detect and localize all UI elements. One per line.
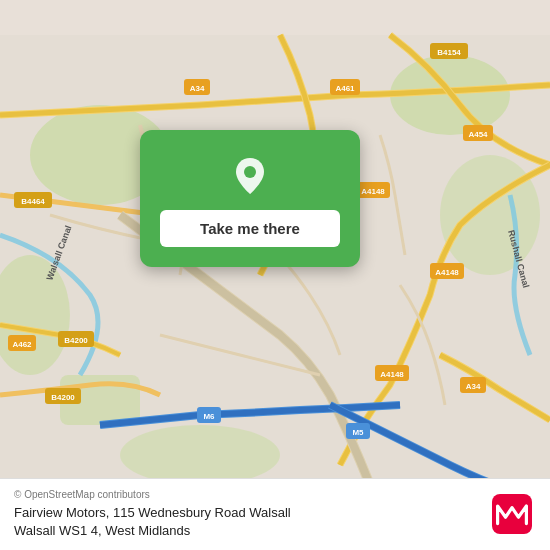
svg-point-4 bbox=[440, 155, 540, 275]
svg-text:A4148: A4148 bbox=[435, 268, 459, 277]
address-text: Fairview Motors, 115 Wednesbury Road Wal… bbox=[14, 504, 476, 540]
svg-text:A4148: A4148 bbox=[361, 187, 385, 196]
svg-text:A462: A462 bbox=[12, 340, 32, 349]
svg-text:A34: A34 bbox=[466, 382, 481, 391]
address-line2: Walsall WS1 4, West Midlands bbox=[14, 523, 190, 538]
svg-text:A461: A461 bbox=[335, 84, 355, 93]
location-pin-icon bbox=[228, 154, 272, 198]
cta-card: Take me there bbox=[140, 130, 360, 267]
svg-text:M5: M5 bbox=[352, 428, 364, 437]
copyright-text: © OpenStreetMap contributors bbox=[14, 489, 476, 500]
address-line1: Fairview Motors, 115 Wednesbury Road Wal… bbox=[14, 505, 291, 520]
svg-text:A454: A454 bbox=[468, 130, 488, 139]
svg-point-37 bbox=[244, 166, 256, 178]
moovit-logo bbox=[488, 490, 536, 538]
svg-text:M6: M6 bbox=[203, 412, 215, 421]
svg-text:A34: A34 bbox=[190, 84, 205, 93]
svg-text:A4148: A4148 bbox=[380, 370, 404, 379]
svg-text:B4154: B4154 bbox=[437, 48, 461, 57]
svg-point-5 bbox=[120, 425, 280, 485]
map-container: B4154 A461 A34 A454 B4464 A4148 A4148 A4… bbox=[0, 0, 550, 550]
moovit-icon bbox=[488, 490, 536, 538]
svg-text:B4464: B4464 bbox=[21, 197, 45, 206]
info-bar: © OpenStreetMap contributors Fairview Mo… bbox=[0, 478, 550, 550]
svg-text:B4200: B4200 bbox=[64, 336, 88, 345]
info-left: © OpenStreetMap contributors Fairview Mo… bbox=[14, 489, 476, 540]
svg-text:B4200: B4200 bbox=[51, 393, 75, 402]
map-background: B4154 A461 A34 A454 B4464 A4148 A4148 A4… bbox=[0, 0, 550, 550]
take-me-there-button[interactable]: Take me there bbox=[160, 210, 340, 247]
